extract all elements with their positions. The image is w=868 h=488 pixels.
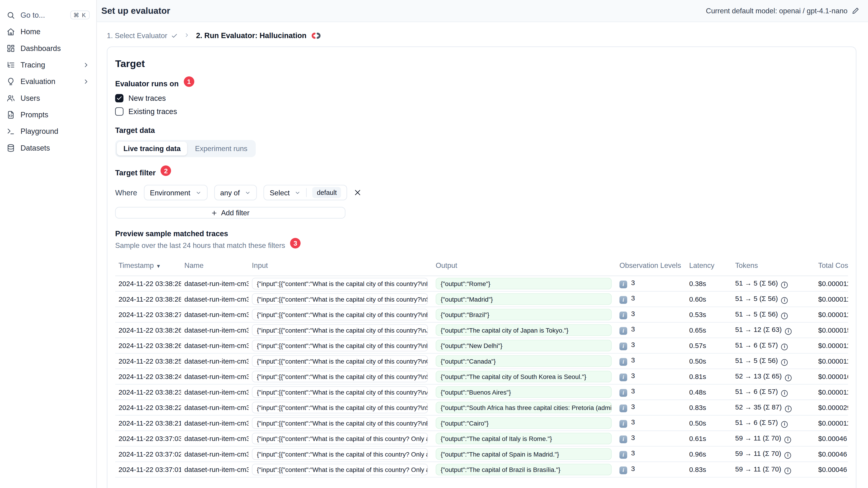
latency-cell: 0.50s [686, 353, 732, 369]
sidebar-item-label: Users [21, 94, 40, 102]
checkbox-new-traces[interactable]: New traces [115, 94, 848, 102]
checkbox-unchecked-icon[interactable] [115, 107, 123, 116]
header-output[interactable]: Output [432, 256, 616, 276]
info-circle-icon[interactable] [785, 467, 791, 474]
info-circle-icon[interactable] [781, 390, 788, 396]
name-cell: dataset-run-item-cm3s4 [181, 291, 248, 307]
observation-count: 3 [631, 279, 635, 287]
tokens-cell: 51 → 5 (Σ 56) [732, 276, 815, 291]
input-cell: {"input":[{"content":"What is the capita… [248, 415, 432, 431]
goto-label: Go to... [21, 11, 45, 19]
input-chip: {"input":[{"content":"What is the capita… [252, 340, 428, 351]
chevron-down-icon [195, 190, 202, 196]
table-row[interactable]: 2024-11-22 03:38:28 dataset-run-item-cm3… [115, 291, 848, 307]
remove-filter-button[interactable] [354, 189, 362, 196]
sidebar-item-datasets[interactable]: Datasets [7, 139, 90, 156]
total-cost-cell: $0.000011 ( [815, 291, 848, 307]
sidebar-item-label: Evaluation [21, 77, 55, 86]
edit-pencil-icon[interactable] [852, 7, 859, 14]
name-text: dataset-run-item-cm3s4 [184, 419, 249, 427]
table-row[interactable]: 2024-11-22 03:37:02 dataset-run-item-cm3… [115, 446, 848, 462]
tokens-text: 59 → 11 (Σ 70) [735, 465, 781, 473]
info-circle-icon[interactable] [781, 282, 788, 288]
header-observation-levels[interactable]: Observation Levels [616, 256, 686, 276]
sidebar-item-users[interactable]: Users [7, 90, 90, 106]
breadcrumb-step-select-evaluator[interactable]: 1. Select Evaluator [107, 31, 178, 40]
total-cost-cell: $0.000015 [815, 322, 848, 338]
observation-levels-cell: 3 [616, 322, 686, 338]
tab-experiment-runs[interactable]: Experiment runs [188, 142, 254, 155]
breadcrumb-step-run-evaluator[interactable]: 2. Run Evaluator: Hallucination [196, 31, 321, 40]
info-circle-icon[interactable] [785, 375, 792, 381]
table-row[interactable]: 2024-11-22 03:38:22 dataset-run-item-cm3… [115, 400, 848, 415]
header-name[interactable]: Name [181, 256, 248, 276]
latency-text: 0.48s [689, 388, 706, 396]
filter-value-select[interactable]: Select default [264, 185, 347, 200]
info-circle-icon[interactable] [785, 452, 791, 458]
info-square-icon [620, 389, 627, 397]
terminal-icon [7, 127, 15, 135]
checkbox-existing-traces[interactable]: Existing traces [115, 107, 848, 116]
output-cell: {"output":"Cairo"} [432, 415, 616, 431]
filter-operator-select[interactable]: any of [214, 185, 257, 200]
info-circle-icon[interactable] [781, 297, 788, 303]
header-tokens[interactable]: Tokens [732, 256, 815, 276]
output-chip: {"output":"The capital of Brazil is Bras… [436, 464, 612, 476]
latency-cell: 0.38s [686, 276, 732, 291]
tab-live-tracing-data[interactable]: Live tracing data [117, 142, 187, 155]
timestamp-text: 2024-11-22 03:38:24 [119, 373, 181, 381]
timestamp-text: 2024-11-22 03:38:23 [119, 388, 181, 396]
info-circle-icon[interactable] [781, 421, 788, 427]
filter-column-select[interactable]: Environment [144, 185, 207, 200]
add-filter-button[interactable]: Add filter [115, 207, 345, 219]
name-cell: dataset-run-item-cm3s4 [181, 431, 248, 446]
close-icon [354, 189, 362, 196]
output-chip: {"output":"The capital city of South Kor… [436, 371, 612, 382]
timestamp-text: 2024-11-22 03:38:27 [119, 311, 181, 319]
table-row[interactable]: 2024-11-22 03:38:26 dataset-run-item-cm3… [115, 322, 848, 338]
info-circle-icon[interactable] [785, 436, 791, 443]
sidebar-item-home[interactable]: Home [7, 23, 90, 40]
header-latency[interactable]: Latency [686, 256, 732, 276]
name-cell: dataset-run-item-cm3s4 [181, 276, 248, 291]
latency-text: 0.81s [689, 373, 706, 381]
info-circle-icon[interactable] [785, 405, 792, 412]
info-circle-icon[interactable] [781, 344, 788, 350]
sidebar-item-dashboards[interactable]: Dashboards [7, 40, 90, 57]
checkbox-existing-traces-label: Existing traces [128, 107, 177, 116]
header-timestamp[interactable]: Timestamp▼ [115, 256, 181, 276]
table-row[interactable]: 2024-11-22 03:37:03 dataset-run-item-cm3… [115, 431, 848, 446]
input-cell: {"input":[{"content":"What is the capita… [248, 276, 432, 291]
info-circle-icon[interactable] [781, 313, 788, 319]
chevron-right-icon [83, 61, 90, 68]
table-row[interactable]: 2024-11-22 03:38:26 dataset-run-item-cm3… [115, 338, 848, 353]
info-circle-icon[interactable] [781, 359, 788, 365]
output-chip: {"output":"Madrid"} [436, 293, 612, 305]
header-total-cost[interactable]: Total Cost [815, 256, 848, 276]
header-input[interactable]: Input [248, 256, 432, 276]
users-icon [7, 94, 15, 102]
input-chip: {"input":[{"content":"What is the capita… [252, 464, 428, 476]
name-text: dataset-run-item-cm3s4 [184, 280, 249, 288]
table-row[interactable]: 2024-11-22 03:38:23 dataset-run-item-cm3… [115, 384, 848, 400]
table-row[interactable]: 2024-11-22 03:38:25 dataset-run-item-cm3… [115, 353, 848, 369]
latency-text: 0.83s [689, 404, 706, 412]
table-row[interactable]: 2024-11-22 03:38:24 dataset-run-item-cm3… [115, 369, 848, 384]
table-row[interactable]: 2024-11-22 03:38:21 dataset-run-item-cm3… [115, 415, 848, 431]
sidebar-item-playground[interactable]: Playground [7, 123, 90, 139]
table-row[interactable]: 2024-11-22 03:38:27 dataset-run-item-cm3… [115, 307, 848, 322]
sidebar-item-tracing[interactable]: Tracing [7, 57, 90, 73]
preview-subtitle-row: Sample over the last 24 hours that match… [115, 240, 848, 251]
observation-count: 3 [631, 372, 635, 380]
table-row[interactable]: 2024-11-22 03:38:28 dataset-run-item-cm3… [115, 276, 848, 291]
goto-search[interactable]: Go to... ⌘ K [7, 7, 90, 23]
checkbox-checked-icon[interactable] [115, 94, 123, 102]
total-cost-text: $0.000011 ( [818, 295, 848, 303]
sidebar-item-evaluation[interactable]: Evaluation [7, 73, 90, 90]
sidebar-item-prompts[interactable]: Prompts [7, 106, 90, 123]
table-row[interactable]: 2024-11-22 03:37:01 dataset-run-item-cm3… [115, 462, 848, 477]
info-circle-icon[interactable] [785, 328, 792, 334]
breadcrumb-separator [184, 31, 190, 40]
output-cell: {"output":"Brazil"} [432, 307, 616, 322]
sidebar-item-label: Dashboards [21, 44, 61, 52]
